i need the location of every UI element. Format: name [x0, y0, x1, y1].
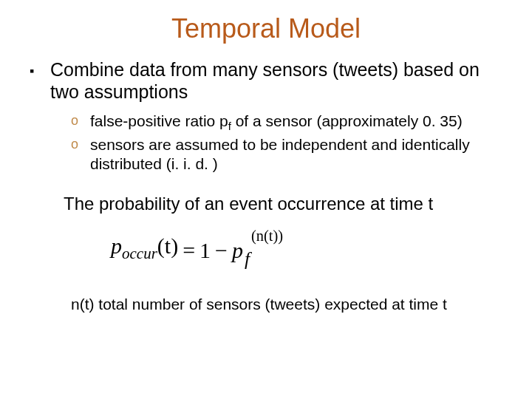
formula-rhs-sub: f: [245, 248, 250, 270]
formula-rhs: pf (n(t)): [232, 238, 248, 263]
sub-bullet-marker: o: [71, 112, 90, 129]
formula: poccur(t) = 1 − pf (n(t)): [30, 233, 502, 263]
formula-lhs-p: p: [111, 233, 122, 258]
slide-title: Temporal Model: [0, 0, 532, 44]
formula-lhs-sub: occur: [122, 245, 157, 262]
sub-bullet-text: false-positive ratio pf of a sensor (app…: [90, 112, 463, 134]
probability-statement: The probability of an event occurrence a…: [30, 194, 502, 214]
formula-caption: n(t) total number of sensors (tweets) ex…: [30, 296, 502, 313]
formula-minus: −: [211, 238, 232, 263]
slide-body: ▪ Combine data from many sensors (tweets…: [0, 44, 532, 313]
sub-bullet: o false-positive ratio pf of a sensor (a…: [71, 112, 502, 134]
sub-bullet-text: sensors are assumed to be independent an…: [90, 135, 502, 173]
formula-rhs-sup: (n(t)): [251, 228, 283, 245]
sub-bullet-list: o false-positive ratio pf of a sensor (a…: [30, 109, 502, 173]
sub-bullet-marker: o: [71, 135, 90, 153]
formula-one: 1: [200, 238, 211, 263]
formula-eq: =: [178, 238, 200, 263]
sub-bullet: o sensors are assumed to be independent …: [71, 135, 502, 173]
formula-lhs-arg: (t): [157, 233, 178, 258]
formula-rhs-p: p: [232, 238, 243, 262]
bullet-main: ▪ Combine data from many sensors (tweets…: [30, 59, 502, 103]
bullet-marker: ▪: [30, 59, 50, 79]
formula-lhs: poccur(t): [111, 233, 178, 263]
bullet-text: Combine data from many sensors (tweets) …: [50, 59, 502, 103]
slide: Temporal Model ▪ Combine data from many …: [0, 0, 532, 399]
